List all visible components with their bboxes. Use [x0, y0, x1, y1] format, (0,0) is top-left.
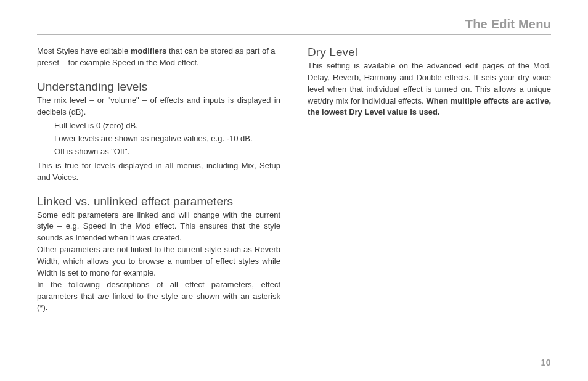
linked-body-3: In the following descriptions of all eff…	[37, 279, 280, 314]
levels-body-1: The mix level – or "volume" – of effects…	[37, 95, 280, 118]
linked-body-1: Some edit parameters are linked and will…	[37, 210, 280, 245]
right-column: Dry Level This setting is available on t…	[308, 46, 551, 314]
dry-body: This setting is available on the advance…	[308, 60, 551, 118]
linked-body-3-em: are	[97, 292, 109, 301]
list-item: Lower levels are shown as negative value…	[47, 133, 280, 145]
intro-paragraph: Most Styles have editable modifiers that…	[37, 46, 280, 69]
intro-pre: Most Styles have editable	[37, 46, 131, 55]
header-rule	[37, 34, 551, 35]
list-item: Full level is 0 (zero) dB.	[47, 120, 280, 132]
page: The Edit Menu Most Styles have editable …	[0, 0, 588, 381]
page-number: 10	[541, 358, 551, 367]
levels-list: Full level is 0 (zero) dB. Lower levels …	[37, 120, 280, 158]
heading-dry-level: Dry Level	[308, 46, 551, 59]
levels-body-2: This is true for levels displayed in all…	[37, 160, 280, 184]
heading-linked-vs-unlinked: Linked vs. unlinked effect parameters	[37, 195, 280, 208]
heading-understanding-levels: Understanding levels	[37, 80, 280, 94]
list-item: Off is shown as "Off".	[47, 146, 280, 158]
linked-body-2: Other parameters are not linked to the c…	[37, 244, 280, 279]
page-title: The Edit Menu	[37, 17, 551, 31]
intro-bold: modifiers	[131, 46, 167, 55]
columns: Most Styles have editable modifiers that…	[37, 46, 551, 314]
left-column: Most Styles have editable modifiers that…	[37, 46, 280, 314]
